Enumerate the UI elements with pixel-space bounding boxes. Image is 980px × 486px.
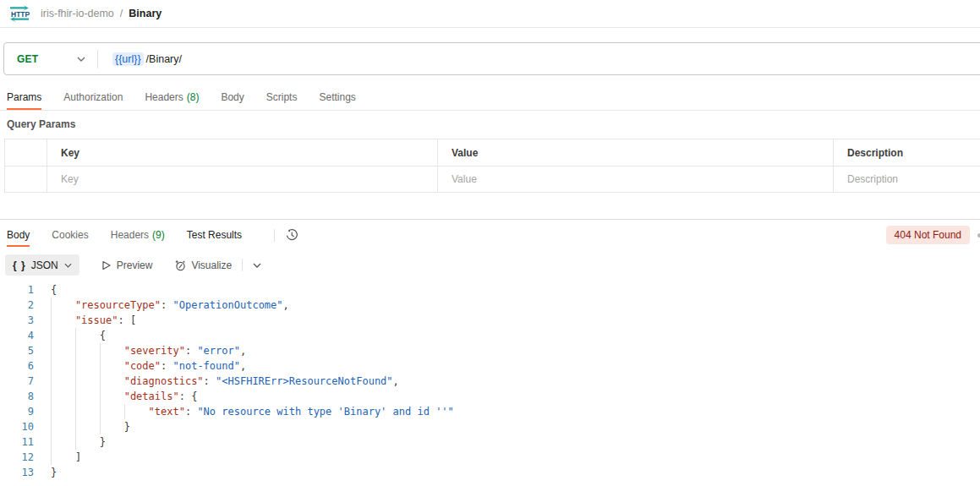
tab-label: Body [7,229,30,241]
query-params-title: Query Params [7,118,75,130]
tab-headers[interactable]: Headers (8) [145,85,199,110]
indent-guide [75,389,100,404]
code-content: "severity": "error", [34,343,246,358]
line-number: 7 [0,374,34,389]
response-meta-bar: Body Cookies Headers (9) Test Results 40… [0,223,980,247]
tab-label: Headers [145,91,183,103]
request-url-bar: GET {{url}} /Binary/ [3,42,980,75]
indent-guide [75,343,100,358]
value-cell [438,167,834,192]
code-line: 13} [0,465,980,480]
line-number: 1 [0,282,34,298]
tab-label: Headers [111,229,149,241]
response-history-button[interactable] [285,228,298,242]
breadcrumb-collection[interactable]: iris-fhir-io-demo [41,8,114,19]
indent-guide [51,419,75,434]
indent-guide [51,434,75,450]
indent-guide [100,404,124,419]
indent-guide [124,404,149,419]
code-content: "details": { [34,389,197,404]
chevron-down-icon [64,263,72,268]
code-line: 5"severity": "error", [0,343,980,358]
indent-guide [51,374,75,389]
tab-label: Body [221,91,244,103]
tab-scripts[interactable]: Scripts [266,85,298,110]
divider [274,229,275,242]
code-content: "resourceType": "OperationOutcome", [34,298,289,313]
url-input[interactable]: {{url}} /Binary/ [98,52,182,66]
response-tab-cookies[interactable]: Cookies [52,223,88,247]
response-body-json[interactable]: 1{2"resourceType": "OperationOutcome",3"… [0,282,980,486]
indent-guide [51,358,75,374]
line-number: 2 [0,298,34,313]
indent-guide [51,313,75,328]
tab-authorization[interactable]: Authorization [63,85,123,110]
code-line: 12] [0,450,980,465]
indent-guide [100,389,124,404]
key-input[interactable] [61,173,437,185]
code-line: 8"details": { [0,389,980,404]
code-content: { [34,282,57,298]
indent-guide [75,358,100,374]
code-content: ] [34,450,81,465]
indent-guide [51,298,75,313]
indent-guide [51,328,75,343]
value-input[interactable] [452,173,833,185]
row-checkbox-cell [5,167,47,192]
indent-guide [100,419,124,434]
tab-label: Settings [319,91,355,103]
indent-guide [100,358,124,374]
response-tab-test-results[interactable]: Test Results [187,223,242,247]
tab-label: Scripts [266,91,298,103]
code-line: 3"issue": [ [0,313,980,328]
breadcrumb-bar: HTTP iris-fhir-io-demo / Binary [0,0,980,28]
line-number: 3 [0,313,34,328]
indent-guide [51,450,75,465]
line-number: 8 [0,389,34,404]
line-number: 11 [0,434,34,450]
response-toolbar: { } JSON Preview Visualize [5,254,261,276]
line-number: 4 [0,328,34,343]
query-params-table: Key Value Description [4,139,980,193]
magic-wand-icon [174,259,186,271]
method-label: GET [17,53,38,65]
tab-body[interactable]: Body [221,85,244,110]
json-braces-icon: { } [13,259,26,271]
request-response-divider[interactable] [0,219,980,220]
tab-label: Authorization [63,91,123,103]
more-formats-chevron[interactable] [253,263,261,268]
line-number: 12 [0,450,34,465]
svg-text:HTTP: HTTP [11,10,30,19]
preview-button[interactable]: Preview [101,259,153,271]
visualize-button[interactable]: Visualize [174,259,232,271]
visualize-label: Visualize [191,259,232,271]
key-cell [47,167,438,192]
code-line: 10} [0,419,980,434]
indent-guide [75,404,100,419]
checkbox-column-header [5,139,47,166]
response-tab-body[interactable]: Body [7,223,30,247]
method-dropdown[interactable]: GET [4,53,97,65]
url-path: /Binary/ [146,53,182,65]
indent-guide [75,374,100,389]
tab-params[interactable]: Params [7,85,41,110]
code-content: { [34,328,106,343]
breadcrumb-divider: / [120,8,123,19]
status-badge[interactable]: 404 Not Found [886,226,970,244]
response-headers-count-badge: (9) [152,229,165,241]
tab-settings[interactable]: Settings [319,85,355,110]
code-line: 2"resourceType": "OperationOutcome", [0,298,980,313]
headers-count-badge: (8) [187,91,200,103]
response-tab-headers[interactable]: Headers (9) [111,223,165,247]
url-variable-token[interactable]: {{url}} [112,52,144,66]
format-dropdown[interactable]: { } JSON [5,254,79,276]
line-number: 10 [0,419,34,434]
code-content: } [34,419,130,434]
history-clock-icon [285,228,298,242]
code-line: 9"text": "No resource with type 'Binary'… [0,404,980,419]
line-number: 5 [0,343,34,358]
code-content: "diagnostics": "<HSFHIRErr>ResourceNotFo… [34,374,399,389]
code-content: "text": "No resource with type 'Binary' … [34,404,454,419]
description-input[interactable] [847,173,980,185]
indent-guide [75,328,100,343]
